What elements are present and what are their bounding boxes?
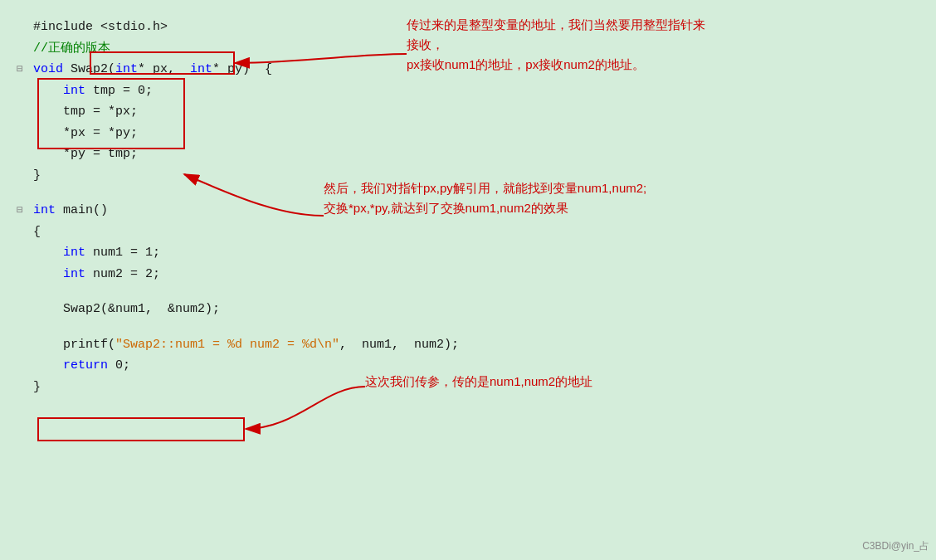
code-text-2: //正确的版本: [33, 38, 110, 60]
code-text-17b: , num1, num2);: [339, 334, 459, 356]
code-text-15: Swap2(&num1, &num2);: [33, 299, 220, 320]
code-line-17: printf( "Swap2::num1 = %d num2 = %d\n" ,…: [17, 334, 423, 356]
annotation-3: 这次我们传参，传的是num1,num2的地址: [365, 372, 592, 392]
code-line-2: //正确的版本: [17, 38, 423, 60]
code-text-3a: Swap2(: [63, 59, 115, 80]
code-line-12: int num1 = 1;: [17, 242, 423, 264]
code-keyword-return: return: [63, 355, 108, 377]
code-text-12: num1 = 1;: [85, 242, 160, 264]
call-highlight-box: [37, 417, 245, 441]
code-line-5: tmp = *px;: [17, 101, 423, 123]
code-area: #include <stdio.h> //正确的版本 ⊟ void Swap2(…: [0, 0, 431, 560]
code-keyword-int5: int: [63, 242, 85, 264]
code-indent-12: [33, 242, 63, 264]
code-line-7: *py = tmp;: [17, 144, 423, 165]
code-text-13: num2 = 2;: [85, 264, 160, 285]
code-indent-18: [33, 355, 63, 377]
annotation-1: 传过来的是整型变量的地址，我们当然要用整型指针来 接收， px接收num1的地址…: [407, 15, 705, 75]
code-line-11: {: [17, 222, 423, 243]
code-keyword-int6: int: [63, 264, 85, 285]
gutter-10: ⊟: [17, 202, 30, 220]
code-indent-13: [33, 264, 63, 285]
code-line-4: int tmp = 0;: [17, 80, 423, 102]
code-text-8: }: [33, 165, 41, 187]
code-keyword-int3: int: [63, 80, 85, 102]
code-line-19: }: [17, 377, 423, 398]
code-indent-4: [33, 80, 63, 102]
code-text-3c: * py) {: [212, 59, 272, 80]
code-text-10: main(): [56, 200, 108, 222]
code-string-17: "Swap2::num1 = %d num2 = %d\n": [115, 334, 339, 356]
code-line-6: *px = *py;: [17, 123, 423, 144]
code-line-14: [17, 285, 423, 299]
code-line-15: Swap2(&num1, &num2);: [17, 299, 423, 320]
code-text-5: tmp = *px;: [33, 101, 138, 123]
code-line-18: return 0;: [17, 355, 423, 377]
code-text-4: tmp = 0;: [85, 80, 153, 102]
code-line-13: int num2 = 2;: [17, 264, 423, 285]
code-keyword-int2: int: [190, 59, 212, 80]
code-line-3: ⊟ void Swap2( int * px, int * py) {: [17, 59, 423, 80]
code-line-16: [17, 320, 423, 334]
gutter-3: ⊟: [17, 61, 30, 79]
code-keyword-void: void: [33, 59, 63, 80]
annotation-2: 然后，我们对指针px,py解引用，就能找到变量num1,num2; 交换*px,…: [324, 178, 646, 218]
code-text-6: *px = *py;: [33, 123, 138, 144]
code-keyword-int1: int: [115, 59, 138, 80]
code-text-17a: printf(: [33, 334, 115, 356]
code-text-11: {: [33, 222, 41, 243]
watermark: C3BDi@yin_占: [862, 539, 929, 553]
code-text-1: #include <stdio.h>: [33, 17, 168, 38]
code-line-1: #include <stdio.h>: [17, 17, 423, 38]
code-text-3b: * px,: [138, 59, 190, 80]
code-text-18: 0;: [108, 355, 130, 377]
code-keyword-int4: int: [33, 200, 56, 222]
code-text-7: *py = tmp;: [33, 144, 138, 165]
code-text-19: }: [33, 377, 41, 398]
